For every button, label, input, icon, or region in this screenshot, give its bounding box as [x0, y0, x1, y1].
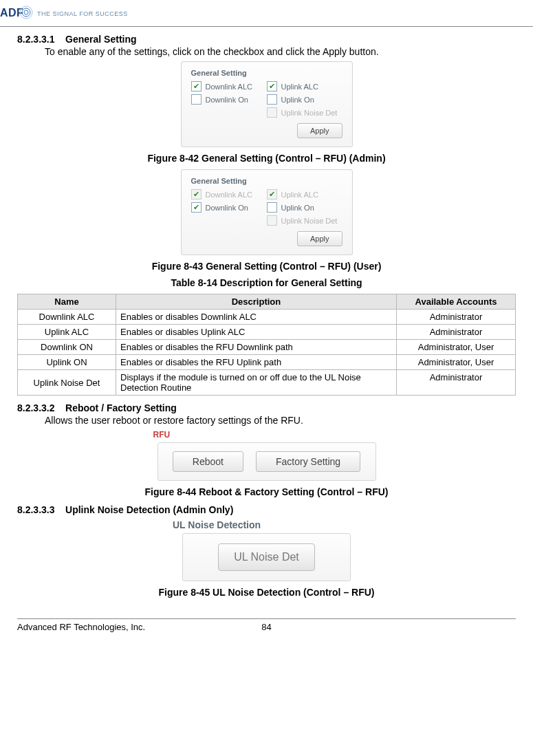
table-row: Uplink ON Enables or disables the RFU Up… — [18, 355, 516, 370]
chk-label: Uplink Noise Det — [281, 217, 338, 225]
checkbox-icon: ✔ — [191, 81, 202, 91]
chk-label: Uplink ALC — [281, 83, 318, 91]
section-text-2: Allows the user reboot or restore factor… — [45, 415, 516, 426]
chk-label: Uplink On — [281, 96, 314, 104]
checkbox-icon — [267, 202, 277, 213]
checkbox-item-dl-alc: ✔ Downlink ALC — [191, 189, 267, 199]
checkbox-item-ul-alc[interactable]: ✔ Uplink ALC — [267, 81, 342, 91]
checkbox-item-dl-alc[interactable]: ✔ Downlink ALC — [191, 81, 267, 91]
chk-label: Downlink ALC — [206, 83, 252, 91]
cell-name: Downlink ON — [18, 340, 116, 355]
rfu-panel: Reboot Factory Setting — [157, 442, 376, 481]
figure-caption-42: Figure 8-42 General Setting (Control – R… — [17, 153, 516, 164]
general-setting-panel-admin: General Setting ✔ Downlink ALC ✔ Uplink … — [181, 61, 353, 147]
cell-acct: Administrator, User — [397, 340, 516, 355]
checkbox-icon — [267, 215, 277, 226]
cell-desc: Enables or disables Uplink ALC — [116, 325, 397, 340]
chk-label: Uplink On — [281, 204, 314, 212]
chk-label: Downlink On — [206, 204, 248, 212]
cell-name: Uplink ON — [18, 355, 116, 370]
footer-page: 84 — [261, 622, 271, 632]
figure-caption-43: Figure 8-43 General Setting (Control – R… — [17, 261, 516, 272]
chk-label: Uplink ALC — [281, 191, 318, 199]
figure-caption-45: Figure 8-45 UL Noise Detection (Control … — [17, 587, 516, 598]
checkbox-icon — [267, 94, 277, 105]
table-row: Downlink ALC Enables or disables Downlin… — [18, 310, 516, 325]
reboot-button[interactable]: Reboot — [173, 451, 243, 472]
table-caption-14: Table 8-14 Description for General Setti… — [17, 277, 516, 288]
cell-acct: Administrator — [397, 310, 516, 325]
section-title-2: Reboot / Factory Setting — [65, 402, 177, 413]
section-heading-3: 8.2.3.3.3 Uplink Noise Detection (Admin … — [17, 504, 516, 515]
footer-company: Advanced RF Technologies, Inc. — [17, 622, 145, 632]
checkbox-icon: ✔ — [191, 189, 202, 199]
cell-desc: Enables or disables the RFU Downlink pat… — [116, 340, 397, 355]
table-header-row: Name Description Available Accounts — [18, 294, 516, 310]
cell-desc: Displays if the module is turned on or o… — [116, 370, 397, 396]
cell-name: Uplink Noise Det — [18, 370, 116, 396]
chk-spacer — [191, 107, 267, 118]
chk-label: Downlink On — [206, 96, 248, 104]
checkbox-icon: ✔ — [191, 202, 202, 213]
panel-title: General Setting — [191, 69, 342, 77]
chk-spacer — [191, 215, 267, 226]
checkbox-item-ul-on[interactable]: Uplink On — [267, 94, 342, 105]
checkbox-item-dl-on[interactable]: Downlink On — [191, 94, 267, 105]
logo: AD F — [0, 6, 34, 22]
checkbox-item-ul-on[interactable]: Uplink On — [267, 202, 342, 213]
th-desc: Description — [116, 294, 397, 310]
checkbox-icon: ✔ — [267, 81, 277, 91]
checkbox-icon — [191, 94, 202, 105]
section-num-3: 8.2.3.3.3 — [17, 504, 55, 515]
header-tagline: THE SIGNAL FOR SUCCESS — [37, 10, 128, 17]
table-row: Uplink ALC Enables or disables Uplink AL… — [18, 325, 516, 340]
apply-button[interactable]: Apply — [297, 123, 342, 138]
checkbox-item-dl-on[interactable]: ✔ Downlink On — [191, 202, 267, 213]
checkbox-item-ul-noise: Uplink Noise Det — [267, 107, 342, 118]
section-title-1: General Setting — [65, 34, 136, 45]
cell-name: Uplink ALC — [18, 325, 116, 340]
section-text-1: To enable any of the settings, click on … — [45, 46, 516, 57]
ul-noise-wrapper: UL Noise Detection UL Noise Det — [182, 519, 351, 581]
svg-point-2 — [24, 10, 28, 14]
apply-button[interactable]: Apply — [297, 231, 342, 246]
factory-setting-button[interactable]: Factory Setting — [256, 451, 360, 472]
footer: Advanced RF Technologies, Inc. 84 — [17, 618, 516, 632]
section-heading-1: 8.2.3.3.1 General Setting — [17, 34, 516, 45]
general-setting-panel-user: General Setting ✔ Downlink ALC ✔ Uplink … — [181, 169, 353, 255]
rfu-panel-wrapper: RFU Reboot Factory Setting — [157, 430, 376, 481]
svg-text:AD: AD — [0, 7, 17, 19]
rfu-title: RFU — [153, 430, 376, 440]
checkbox-item-ul-alc: ✔ Uplink ALC — [267, 189, 342, 199]
table-row: Uplink Noise Det Displays if the module … — [18, 370, 516, 396]
description-table: Name Description Available Accounts Down… — [17, 294, 516, 396]
section-heading-2: 8.2.3.3.2 Reboot / Factory Setting — [17, 402, 516, 413]
checkbox-item-ul-noise: Uplink Noise Det — [267, 215, 342, 226]
ul-noise-panel: UL Noise Det — [182, 533, 351, 581]
section-num-1: 8.2.3.3.1 — [17, 34, 55, 45]
section-num-2: 8.2.3.3.2 — [17, 402, 55, 413]
figure-caption-44: Figure 8-44 Reboot & Factory Setting (Co… — [17, 486, 516, 497]
checkbox-icon: ✔ — [267, 189, 277, 199]
checkbox-icon — [267, 107, 277, 118]
cell-acct: Administrator, User — [397, 355, 516, 370]
cell-name: Downlink ALC — [18, 310, 116, 325]
table-row: Downlink ON Enables or disables the RFU … — [18, 340, 516, 355]
panel-title: General Setting — [191, 177, 342, 185]
cell-acct: Administrator — [397, 370, 516, 396]
cell-desc: Enables or disables Downlink ALC — [116, 310, 397, 325]
cell-acct: Administrator — [397, 325, 516, 340]
th-name: Name — [18, 294, 116, 310]
section-title-3: Uplink Noise Detection (Admin Only) — [65, 504, 233, 515]
ul-noise-title: UL Noise Detection — [173, 519, 351, 530]
cell-desc: Enables or disables the RFU Uplink path — [116, 355, 397, 370]
th-acct: Available Accounts — [397, 294, 516, 310]
ul-noise-det-button[interactable]: UL Noise Det — [218, 543, 315, 571]
chk-label: Downlink ALC — [206, 191, 252, 199]
chk-label: Uplink Noise Det — [281, 109, 338, 117]
